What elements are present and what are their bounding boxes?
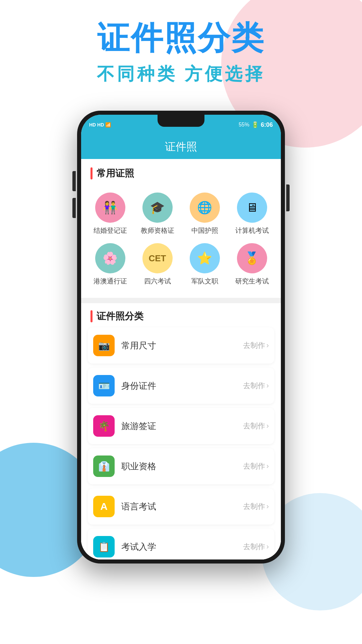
common-icons-grid: 👫结婚登记证🎓教师资格证🌐中国护照🖥计算机考试🌸港澳通行证CET四六考试⭐军队文… <box>81 185 281 298</box>
chevron-icon-1: › <box>266 381 269 390</box>
category-section-title: 证件照分类 <box>97 310 143 323</box>
status-right: 55% 🔋 6:06 <box>239 121 273 128</box>
main-title: 证件照分类 <box>0 20 362 56</box>
icon-label-1: 教师资格证 <box>141 226 174 235</box>
icon-circle-5: CET <box>142 243 173 273</box>
icon-item-0[interactable]: 👫结婚登记证 <box>86 189 134 239</box>
icon-label-3: 计算机考试 <box>235 226 269 235</box>
icon-circle-2: 🌐 <box>190 193 220 223</box>
category-action-5[interactable]: 去制作› <box>243 542 269 552</box>
status-left-text: HD HD <box>89 122 104 127</box>
phone-notch <box>158 115 204 127</box>
section-divider <box>81 298 281 303</box>
icon-item-1[interactable]: 🎓教师资格证 <box>134 189 181 239</box>
category-action-2[interactable]: 去制作› <box>243 421 269 431</box>
category-item-1[interactable]: 🪪身份证件去制作› <box>88 368 274 404</box>
category-icon-0: 📷 <box>93 335 115 356</box>
category-name-2: 旅游签证 <box>121 420 243 432</box>
category-name-5: 考试入学 <box>121 541 243 553</box>
app-header-title: 证件照 <box>165 140 197 154</box>
icon-item-6[interactable]: ⭐军队文职 <box>181 239 228 290</box>
category-action-text-5: 去制作 <box>243 542 265 552</box>
chevron-icon-3: › <box>266 462 269 471</box>
category-section-bar <box>90 310 93 322</box>
icon-label-5: 四六考试 <box>144 277 171 286</box>
category-name-0: 常用尺寸 <box>121 340 243 352</box>
category-action-text-1: 去制作 <box>243 381 265 391</box>
category-name-3: 职业资格 <box>121 461 243 472</box>
category-item-4[interactable]: A语言考试去制作› <box>88 488 274 525</box>
icon-item-7[interactable]: 🏅研究生考试 <box>228 239 276 290</box>
battery-percent: 55% <box>239 122 249 128</box>
icon-circle-1: 🎓 <box>142 193 173 223</box>
icon-circle-4: 🌸 <box>95 243 125 273</box>
category-action-text-4: 去制作 <box>243 501 265 512</box>
category-action-1[interactable]: 去制作› <box>243 381 269 391</box>
icon-label-7: 研究生考试 <box>235 277 269 286</box>
category-name-1: 身份证件 <box>121 380 243 392</box>
category-name-4: 语言考试 <box>121 501 243 513</box>
icon-item-5[interactable]: CET四六考试 <box>134 239 181 290</box>
category-item-5[interactable]: 📋考试入学去制作› <box>88 529 274 559</box>
app-content: 常用证照 👫结婚登记证🎓教师资格证🌐中国护照🖥计算机考试🌸港澳通行证CET四六考… <box>81 159 281 559</box>
power-button <box>286 184 290 211</box>
category-icon-4: A <box>93 496 115 517</box>
icon-label-2: 中国护照 <box>191 226 218 235</box>
icon-item-4[interactable]: 🌸港澳通行证 <box>86 239 134 290</box>
category-list: 📷常用尺寸去制作›🪪身份证件去制作›🌴旅游签证去制作›👔职业资格去制作›A语言考… <box>81 327 281 559</box>
icon-circle-6: ⭐ <box>190 243 220 273</box>
chevron-icon-0: › <box>266 341 269 350</box>
chevron-icon-2: › <box>266 422 269 430</box>
section-bar-red <box>90 167 93 179</box>
category-section: 证件照分类 📷常用尺寸去制作›🪪身份证件去制作›🌴旅游签证去制作›👔职业资格去制… <box>81 303 281 559</box>
chevron-icon-4: › <box>266 502 269 511</box>
category-section-header: 证件照分类 <box>81 303 281 327</box>
category-action-text-2: 去制作 <box>243 421 265 431</box>
category-action-3[interactable]: 去制作› <box>243 461 269 471</box>
category-item-0[interactable]: 📷常用尺寸去制作› <box>88 327 274 364</box>
battery-icon: 🔋 <box>251 121 259 128</box>
time-display: 6:06 <box>261 121 273 128</box>
status-left: HD HD 📶 <box>89 122 111 127</box>
category-action-text-0: 去制作 <box>243 340 265 351</box>
category-action-0[interactable]: 去制作› <box>243 340 269 351</box>
category-action-text-3: 去制作 <box>243 461 265 471</box>
category-icon-5: 📋 <box>93 536 115 557</box>
icon-circle-3: 🖥 <box>237 193 267 223</box>
icon-label-4: 港澳通行证 <box>94 277 127 286</box>
sub-title: 不同种类 方便选择 <box>0 62 362 86</box>
icon-label-0: 结婚登记证 <box>94 226 127 235</box>
volume-down-button <box>72 198 76 218</box>
chevron-icon-5: › <box>266 542 269 551</box>
icon-circle-7: 🏅 <box>237 243 267 273</box>
icon-circle-0: 👫 <box>95 193 125 223</box>
category-icon-1: 🪪 <box>93 375 115 396</box>
common-section-title: 常用证照 <box>97 167 134 180</box>
common-section-header: 常用证照 <box>81 159 281 185</box>
header-section: 证件照分类 不同种类 方便选择 <box>0 20 362 86</box>
icon-label-6: 军队文职 <box>191 277 218 286</box>
category-icon-2: 🌴 <box>93 415 115 437</box>
app-header: 证件照 <box>81 135 281 159</box>
icon-item-2[interactable]: 🌐中国护照 <box>181 189 228 239</box>
category-action-4[interactable]: 去制作› <box>243 501 269 512</box>
category-item-3[interactable]: 👔职业资格去制作› <box>88 448 274 484</box>
signal-icon: 📶 <box>105 122 111 127</box>
volume-up-button <box>72 171 76 191</box>
category-item-2[interactable]: 🌴旅游签证去制作› <box>88 408 274 444</box>
phone-mockup: HD HD 📶 55% 🔋 6:06 证件照 常用证照 <box>77 111 285 564</box>
category-icon-3: 👔 <box>93 455 115 477</box>
icon-item-3[interactable]: 🖥计算机考试 <box>228 189 276 239</box>
